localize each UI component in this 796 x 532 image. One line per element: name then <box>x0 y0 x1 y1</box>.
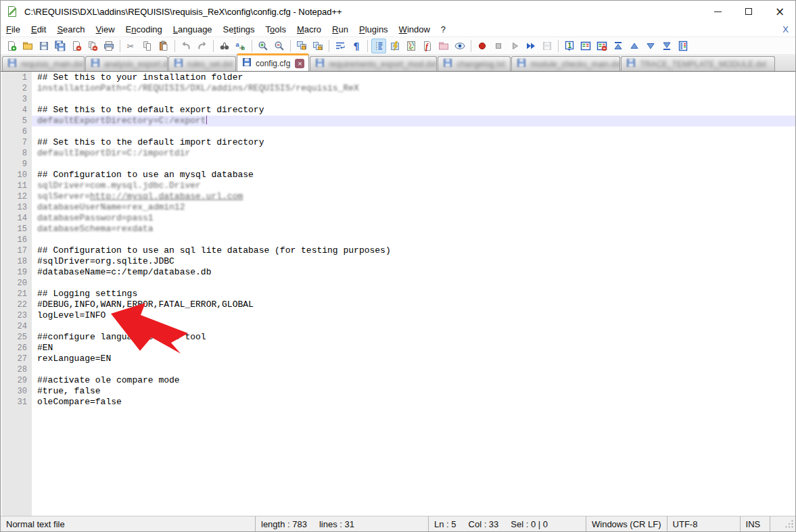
macro-play-icon <box>509 41 520 51</box>
last-difference-button[interactable] <box>659 39 674 53</box>
blurred-text-segment: sqlDriver=com.mysql.jdbc.Driver <box>37 180 201 191</box>
line-number: 15 <box>1 224 32 235</box>
menu-item-help[interactable]: ? <box>436 23 451 36</box>
tab-config-cfg[interactable]: config.cfg× <box>237 53 309 71</box>
menu-item-tools[interactable]: Tools <box>260 23 291 36</box>
previous-difference-button[interactable] <box>627 39 642 53</box>
zoom-out-button[interactable] <box>272 39 287 53</box>
menu-item-plugins[interactable]: Plugins <box>354 23 394 36</box>
tab-label: TRACE_TEMPLATE_MODULE.dxl <box>640 59 766 69</box>
monitoring-button[interactable] <box>452 39 467 53</box>
line-text: defaultImportDir=C:/importdir <box>32 148 795 159</box>
indent-guide-button[interactable] <box>371 39 386 53</box>
line-text: ## Set this to your installation folder <box>32 72 795 83</box>
replace-button[interactable]: ab <box>233 39 248 53</box>
menu-item-file[interactable]: File <box>1 23 26 36</box>
menu-item-window[interactable]: Window <box>394 23 436 36</box>
line-text: ## Logging settings <box>32 289 795 299</box>
function-list-button[interactable]: f <box>420 39 435 53</box>
tab-blurred-3[interactable]: rules_set.dxl <box>168 56 236 71</box>
menu-item-macro[interactable]: Macro <box>291 23 327 36</box>
sync-horizontal-scrolling-button[interactable] <box>310 39 325 53</box>
compare-button[interactable] <box>578 39 593 53</box>
menu-item-search[interactable]: Search <box>51 23 90 36</box>
sync-vertical-scrolling-button[interactable] <box>294 39 309 53</box>
zoom-in-button[interactable] <box>256 39 271 53</box>
folder-as-workspace-button[interactable] <box>436 39 451 53</box>
show-all-characters-button[interactable]: ¶ <box>349 39 364 53</box>
line-text: oleCompare=false <box>32 397 795 408</box>
blurred-url-segment[interactable]: http://mysql.database.url.com <box>90 191 243 201</box>
save-all-button[interactable] <box>53 39 68 53</box>
paste-button[interactable] <box>156 39 171 53</box>
maximize-button[interactable] <box>733 1 764 22</box>
tab-blurred-1[interactable]: requisis_main.dxl <box>2 56 85 71</box>
tab-label: changelog.txt <box>456 59 505 69</box>
line-number: 7 <box>1 137 32 148</box>
menu-bar: FileEditSearchViewEncodingLanguageSettin… <box>1 22 795 37</box>
status-encoding: UTF-8 <box>668 516 741 531</box>
compare-icon <box>580 41 591 51</box>
editor-line-21: 21## Logging settings <box>1 289 795 299</box>
menu-item-encoding[interactable]: Encoding <box>120 23 168 36</box>
menu-item-edit[interactable]: Edit <box>26 23 51 36</box>
open-file-button[interactable] <box>20 39 35 53</box>
menu-item-language[interactable]: Language <box>168 23 218 36</box>
first-difference-button[interactable] <box>611 39 626 53</box>
compare-nav-bar-button[interactable] <box>676 39 690 53</box>
tab-blurred-6[interactable]: module_checks_main.dxl <box>511 56 620 71</box>
line-number: 20 <box>1 278 32 289</box>
close-all-button[interactable] <box>85 39 100 53</box>
menubar-close-document-x[interactable]: X <box>776 24 795 34</box>
close-file-button[interactable] <box>69 39 84 53</box>
line-text: #databaseName=c:/temp/database.db <box>32 267 795 278</box>
line-number: 23 <box>1 310 32 321</box>
menu-item-settings[interactable]: Settings <box>218 23 260 36</box>
compare-set-first-button[interactable]: 1 <box>562 39 577 53</box>
saved-file-floppy-icon <box>626 57 636 71</box>
menu-item-view[interactable]: View <box>91 23 120 36</box>
print-button[interactable] <box>101 39 116 53</box>
line-number: 25 <box>1 332 32 343</box>
word-wrap-button[interactable] <box>333 39 348 53</box>
macro-stop-button[interactable] <box>491 39 506 53</box>
macro-play-button[interactable] <box>507 39 522 53</box>
macro-save-button[interactable] <box>540 39 555 53</box>
menu-item-run[interactable]: Run <box>327 23 354 36</box>
editor-line-13: 13databaseUserName=rex_admin12 <box>1 202 795 213</box>
notepadpp-app-icon <box>6 5 18 18</box>
line-text <box>32 94 795 105</box>
line-number: 2 <box>1 83 32 94</box>
save-all-icon <box>55 41 66 51</box>
line-number: 3 <box>1 94 32 105</box>
compare-clear-button[interactable] <box>594 39 609 53</box>
tab-blurred-5[interactable]: changelog.txt <box>438 56 511 71</box>
toolbar-separator <box>367 40 368 52</box>
redo-button[interactable] <box>195 39 210 53</box>
document-map-button[interactable] <box>404 39 419 53</box>
blurred-text-segment: defaultImportDir=C:/importdir <box>37 148 190 158</box>
shortcut-lightning-button[interactable] <box>388 39 402 53</box>
macro-run-multiple-button[interactable] <box>523 39 538 53</box>
find-button[interactable] <box>217 39 232 53</box>
line-text: databaseUserName=rex_admin12 <box>32 202 795 213</box>
macro-record-button[interactable] <box>475 39 490 53</box>
next-difference-button[interactable] <box>643 39 658 53</box>
saved-file-floppy-icon <box>516 57 527 71</box>
tab-blurred-4[interactable]: requirements_export_mod.dxl <box>310 56 437 71</box>
editor-line-15: 15databaseSchema=rexdata <box>1 224 795 235</box>
copy-button[interactable] <box>140 39 155 53</box>
minimize-button[interactable] <box>702 1 733 22</box>
new-file-button[interactable] <box>4 39 19 53</box>
editor-area[interactable]: 1## Set this to your installation folder… <box>1 72 795 516</box>
editor-line-29: 29##activate ole compare mode <box>1 375 795 386</box>
shortcut-lightning-icon <box>390 41 400 51</box>
close-button[interactable]: × <box>764 1 795 22</box>
cut-button[interactable]: ✂ <box>124 39 139 53</box>
undo-button[interactable] <box>179 39 193 53</box>
tab-close-icon[interactable]: × <box>295 59 304 68</box>
save-button[interactable] <box>37 39 51 53</box>
tab-blurred-7[interactable]: TRACE_TEMPLATE_MODULE.dxl <box>621 56 775 71</box>
line-number: 16 <box>1 235 32 245</box>
tab-blurred-2[interactable]: analysis_export.dxl <box>85 56 168 71</box>
